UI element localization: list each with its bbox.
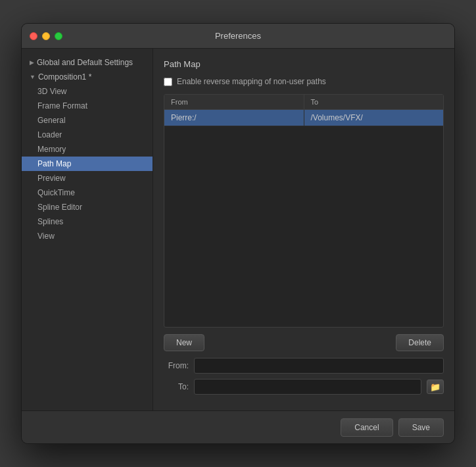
cell-to: /Volumes/VFX/ — [304, 110, 444, 126]
cancel-button[interactable]: Cancel — [341, 418, 393, 437]
sidebar-item-loader[interactable]: Loader — [22, 128, 153, 142]
sidebar-item-label: Preview — [37, 174, 66, 183]
to-input[interactable] — [194, 379, 421, 395]
sidebar-item-frameformat[interactable]: Frame Format — [22, 99, 153, 113]
arrow-icon: ▶ — [30, 59, 34, 66]
sidebar-item-label: View — [37, 232, 55, 241]
sidebar-item-label: Splines — [37, 217, 63, 226]
sidebar-item-global[interactable]: ▶ Global and Default Settings — [22, 55, 153, 70]
preferences-window: Preferences ▶ Global and Default Setting… — [21, 23, 455, 444]
traffic-lights — [30, 32, 62, 40]
checkbox-label: Enable reverse mapping of non-user paths — [177, 77, 326, 86]
new-button[interactable]: New — [164, 334, 204, 351]
sidebar-item-composition1[interactable]: ▼ Composition1 * — [22, 70, 153, 84]
folder-icon: 📁 — [430, 382, 440, 392]
sidebar-item-3dview[interactable]: 3D View — [22, 84, 153, 99]
minimize-button[interactable] — [42, 32, 50, 40]
sidebar-item-pathmap[interactable]: Path Map — [22, 157, 153, 171]
sidebar-item-general[interactable]: General — [22, 113, 153, 128]
from-input[interactable] — [194, 358, 444, 374]
sidebar-item-splines[interactable]: Splines — [22, 214, 153, 229]
table-row[interactable]: Pierre:/ /Volumes/VFX/ — [164, 110, 443, 126]
close-button[interactable] — [30, 32, 37, 40]
to-label: To: — [164, 382, 189, 391]
sidebar-item-view[interactable]: View — [22, 229, 153, 243]
sidebar-item-preview[interactable]: Preview — [22, 171, 153, 185]
reverse-mapping-checkbox[interactable] — [164, 78, 172, 86]
sidebar-item-label: Composition1 * — [38, 72, 91, 82]
path-map-table: From To Pierre:/ /Volumes/VFX/ — [164, 94, 444, 328]
checkbox-row: Enable reverse mapping of non-user paths — [164, 77, 444, 86]
from-label: From: — [164, 361, 189, 370]
from-row: From: — [164, 358, 444, 374]
sidebar-item-splineeditor[interactable]: Spline Editor — [22, 200, 153, 214]
sidebar-item-label: Global and Default Settings — [37, 58, 133, 67]
folder-browse-button[interactable]: 📁 — [427, 380, 444, 394]
sidebar-item-label: Path Map — [37, 159, 71, 168]
main-panel: Path Map Enable reverse mapping of non-u… — [153, 49, 454, 410]
save-button[interactable]: Save — [398, 418, 444, 437]
sidebar-item-quicktime[interactable]: QuickTime — [22, 185, 153, 200]
titlebar: Preferences — [22, 24, 454, 49]
delete-button[interactable]: Delete — [396, 334, 444, 351]
to-row: To: 📁 — [164, 379, 444, 395]
sidebar-item-label: QuickTime — [37, 188, 75, 197]
sidebar-item-label: Spline Editor — [37, 203, 82, 212]
sidebar-item-memory[interactable]: Memory — [22, 142, 153, 157]
sidebar-item-label: 3D View — [37, 87, 66, 96]
sidebar: ▶ Global and Default Settings ▼ Composit… — [22, 49, 153, 410]
panel-title: Path Map — [164, 59, 444, 69]
sidebar-item-label: Loader — [37, 130, 62, 139]
column-from: From — [164, 95, 304, 109]
window-title: Preferences — [215, 31, 261, 41]
table-buttons: New Delete — [164, 334, 444, 351]
sidebar-item-label: General — [37, 116, 66, 125]
sidebar-item-label: Frame Format — [37, 101, 87, 111]
maximize-button[interactable] — [55, 32, 62, 40]
cell-from: Pierre:/ — [164, 110, 304, 126]
table-body: Pierre:/ /Volumes/VFX/ — [164, 110, 443, 327]
sidebar-item-label: Memory — [37, 145, 66, 154]
bottom-bar: Cancel Save — [22, 410, 454, 443]
arrow-icon: ▼ — [30, 74, 36, 80]
column-to: To — [304, 95, 444, 109]
content-area: ▶ Global and Default Settings ▼ Composit… — [22, 49, 454, 410]
table-header: From To — [164, 95, 443, 110]
